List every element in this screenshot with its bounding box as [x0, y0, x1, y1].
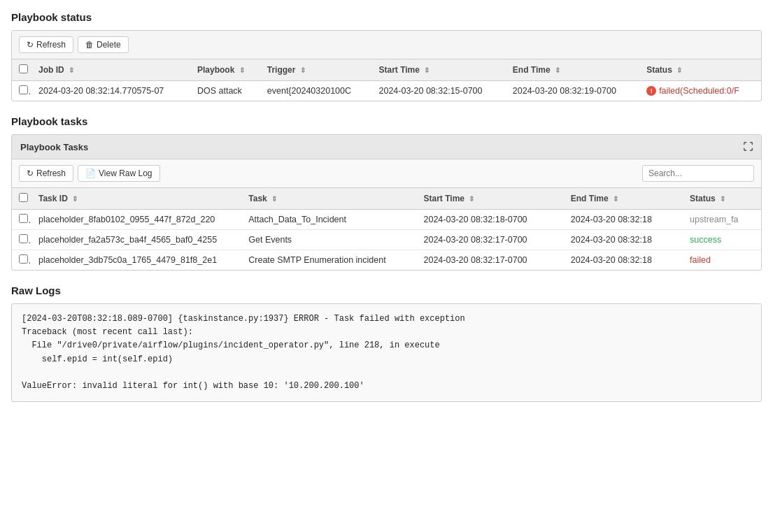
sort-icon-task-end: ⇕	[613, 195, 618, 203]
raw-logs-content: [2024-03-20T08:32:18.089-0700] {taskinst…	[11, 303, 762, 402]
panel-header: Playbook Tasks ⛶	[12, 135, 761, 159]
cell-task-status: success	[683, 230, 761, 250]
row-checkbox[interactable]	[19, 254, 28, 264]
select-all-checkbox-status[interactable]	[19, 64, 28, 73]
sort-icon-playbook: ⇕	[239, 66, 245, 74]
cell-task: Get Events	[241, 230, 416, 250]
playbook-tasks-panel: Playbook Tasks ⛶ ↻ Refresh 📄 View Raw Lo…	[11, 134, 762, 271]
cell-task-end-time: 2024-03-20 08:32:18	[564, 210, 683, 230]
status-badge-upstream: upstream_fa	[690, 215, 738, 224]
sort-icon-job-id: ⇕	[69, 66, 74, 74]
expand-icon[interactable]: ⛶	[743, 141, 753, 152]
table-row: placeholder_fa2a573c_ba4f_4565_baf0_4255…	[12, 230, 761, 250]
view-raw-icon: 📄	[85, 168, 96, 178]
delete-button-status[interactable]: 🗑 Delete	[78, 36, 129, 53]
cell-task-id: placeholder_8fab0102_0955_447f_872d_220	[31, 210, 241, 230]
cell-task-start-time: 2024-03-20 08:32:17-0700	[417, 250, 564, 271]
cell-task-end-time: 2024-03-20 08:32:18	[564, 230, 683, 250]
sort-icon-trigger: ⇕	[300, 66, 306, 74]
select-all-checkbox-tasks[interactable]	[19, 193, 28, 202]
playbook-tasks-tbody: placeholder_8fab0102_0955_447f_872d_220 …	[12, 210, 761, 271]
col-status[interactable]: Status ⇕	[639, 59, 761, 81]
col-task-status[interactable]: Status ⇕	[683, 188, 761, 210]
delete-label-status: Delete	[97, 40, 121, 50]
sort-icon-task-id: ⇕	[72, 195, 78, 203]
col-start-time[interactable]: Start Time ⇕	[371, 59, 505, 81]
status-badge-failed: failed	[690, 255, 754, 265]
panel-header-label: Playbook Tasks	[20, 142, 88, 152]
view-raw-label: View Raw Log	[99, 168, 153, 178]
playbook-status-table: Job ID ⇕ Playbook ⇕ Trigger ⇕ Start Time…	[12, 59, 761, 101]
sort-icon-end: ⇕	[555, 66, 560, 74]
tasks-select-all-header[interactable]	[12, 188, 31, 210]
tasks-search-input[interactable]	[642, 165, 754, 182]
playbook-tasks-table: Task ID ⇕ Task ⇕ Start Time ⇕ End Time ⇕…	[12, 188, 761, 270]
cell-task-status: upstream_fa	[683, 210, 761, 230]
playbook-status-title: Playbook status	[11, 11, 762, 23]
playbook-tasks-title: Playbook tasks	[11, 115, 762, 127]
cell-task-id: placeholder_3db75c0a_1765_4479_81f8_2e1	[31, 250, 241, 271]
table-row: 2024-03-20 08:32:14.770575-07 DOS attack…	[12, 81, 761, 101]
cell-job-id: 2024-03-20 08:32:14.770575-07	[31, 81, 190, 101]
row-checkbox-cell[interactable]	[12, 210, 31, 230]
error-icon: !	[646, 86, 656, 96]
refresh-icon-status: ↻	[27, 40, 34, 50]
table-row: placeholder_8fab0102_0955_447f_872d_220 …	[12, 210, 761, 230]
status-badge-success: success	[690, 235, 721, 245]
sort-icon-task-status: ⇕	[720, 195, 725, 203]
raw-logs-section: Raw Logs [2024-03-20T08:32:18.089-0700] …	[11, 285, 762, 402]
playbook-status-header-row: Job ID ⇕ Playbook ⇕ Trigger ⇕ Start Time…	[12, 59, 761, 81]
refresh-icon-tasks: ↻	[27, 168, 34, 178]
col-task-end-time[interactable]: End Time ⇕	[564, 188, 683, 210]
cell-start-time: 2024-03-20 08:32:15-0700	[371, 81, 505, 101]
delete-icon-status: 🗑	[85, 40, 94, 50]
refresh-button-tasks[interactable]: ↻ Refresh	[19, 165, 73, 182]
table-row: placeholder_3db75c0a_1765_4479_81f8_2e1 …	[12, 250, 761, 271]
refresh-label-tasks: Refresh	[36, 168, 66, 178]
playbook-status-table-container: ↻ Refresh 🗑 Delete Job ID ⇕ Playbook ⇕ T…	[11, 30, 762, 101]
row-checkbox[interactable]	[19, 214, 28, 223]
playbook-status-toolbar: ↻ Refresh 🗑 Delete	[12, 31, 761, 59]
col-task-start-time[interactable]: Start Time ⇕	[417, 188, 564, 210]
tasks-header-row: Task ID ⇕ Task ⇕ Start Time ⇕ End Time ⇕…	[12, 188, 761, 210]
row-checkbox-cell[interactable]	[12, 250, 31, 271]
sort-icon-status: ⇕	[676, 66, 682, 74]
cell-task-end-time: 2024-03-20 08:32:18	[564, 250, 683, 271]
cell-task-id: placeholder_fa2a573c_ba4f_4565_baf0_4255	[31, 230, 241, 250]
row-checkbox-cell[interactable]	[12, 230, 31, 250]
cell-end-time: 2024-03-20 08:32:19-0700	[506, 81, 639, 101]
row-checkbox[interactable]	[19, 85, 28, 94]
cell-task-start-time: 2024-03-20 08:32:17-0700	[417, 230, 564, 250]
col-job-id[interactable]: Job ID ⇕	[31, 59, 190, 81]
col-trigger[interactable]: Trigger ⇕	[260, 59, 372, 81]
refresh-button-status[interactable]: ↻ Refresh	[19, 36, 73, 53]
playbook-tasks-toolbar: ↻ Refresh 📄 View Raw Log	[12, 159, 761, 188]
cell-task-status: failed	[683, 250, 761, 271]
playbook-status-tbody: 2024-03-20 08:32:14.770575-07 DOS attack…	[12, 81, 761, 101]
view-raw-log-button[interactable]: 📄 View Raw Log	[78, 165, 160, 182]
col-task[interactable]: Task ⇕	[241, 188, 416, 210]
sort-icon-task-start: ⇕	[469, 195, 474, 203]
row-checkbox-cell[interactable]	[12, 81, 31, 101]
cell-status: ! failed(Scheduled:0/F	[639, 81, 761, 101]
cell-task: Create SMTP Enumeration incident	[241, 250, 416, 271]
sort-icon-start: ⇕	[424, 66, 430, 74]
refresh-label-status: Refresh	[36, 40, 66, 50]
cell-playbook: DOS attack	[190, 81, 260, 101]
cell-task: Attach_Data_To_Incident	[241, 210, 416, 230]
cell-task-start-time: 2024-03-20 08:32:18-0700	[417, 210, 564, 230]
sort-icon-task: ⇕	[271, 195, 277, 203]
playbook-status-section: Playbook status ↻ Refresh 🗑 Delete Job I…	[11, 11, 762, 101]
raw-logs-title: Raw Logs	[11, 285, 762, 296]
row-checkbox[interactable]	[19, 234, 28, 243]
status-badge: ! failed(Scheduled:0/F	[646, 86, 754, 96]
col-task-id[interactable]: Task ID ⇕	[31, 188, 241, 210]
playbook-tasks-section: Playbook tasks Playbook Tasks ⛶ ↻ Refres…	[11, 115, 762, 271]
col-playbook[interactable]: Playbook ⇕	[190, 59, 260, 81]
col-end-time[interactable]: End Time ⇕	[506, 59, 639, 81]
cell-trigger: event{20240320100C	[260, 81, 372, 101]
select-all-header[interactable]	[12, 59, 31, 81]
